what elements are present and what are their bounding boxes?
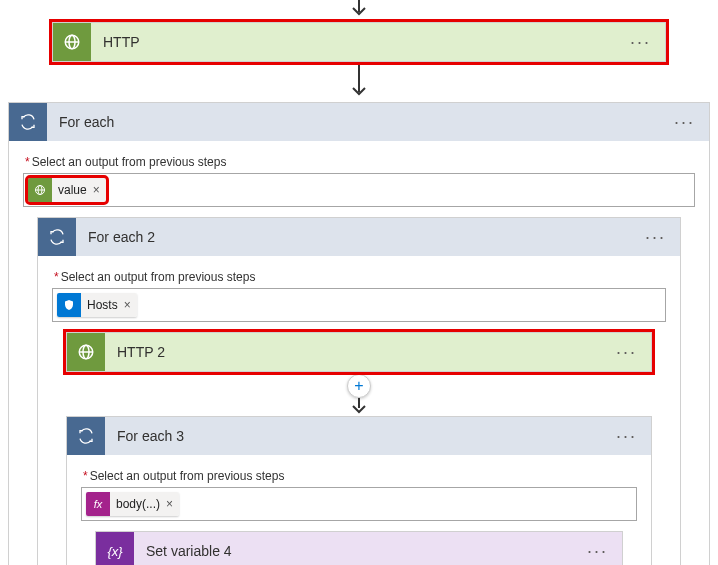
required-star: * [25,155,30,169]
foreach-input-label: *Select an output from previous steps [25,155,695,169]
foreach2-input-label: *Select an output from previous steps [54,270,666,284]
http-action-card[interactable]: HTTP ··· [52,22,666,62]
http-title: HTTP [91,34,624,50]
http2-action-card[interactable]: HTTP 2 ··· [66,332,652,372]
token-body-expression[interactable]: fx body(...) × [86,492,179,516]
foreach-input[interactable]: value × [23,173,695,207]
required-star: * [54,270,59,284]
foreach2-input[interactable]: Hosts × [52,288,666,322]
required-star: * [83,469,88,483]
foreach-menu-button[interactable]: ··· [668,112,701,133]
arrow-down-icon [349,398,369,416]
set-variable-title: Set variable 4 [134,543,581,559]
token-remove[interactable]: × [166,492,179,516]
token-hosts[interactable]: Hosts × [57,293,137,317]
defender-shield-icon [57,293,81,317]
foreach3-card[interactable]: For each 3 ··· *Select an output from pr… [66,416,652,565]
foreach2-menu-button[interactable]: ··· [639,227,672,248]
foreach2-title: For each 2 [76,229,639,245]
set-variable-card[interactable]: {x} Set variable 4 ··· [95,531,623,565]
http-globe-icon [53,23,91,61]
arrow-down-icon [349,0,369,20]
foreach-title: For each [47,114,668,130]
http2-menu-button[interactable]: ··· [610,342,643,363]
token-remove[interactable]: × [93,178,106,202]
plus-icon: + [354,377,363,395]
foreach3-input[interactable]: fx body(...) × [81,487,637,521]
token-value[interactable]: value × [28,178,106,202]
http-globe-icon [67,333,105,371]
foreach3-menu-button[interactable]: ··· [610,426,643,447]
http2-title: HTTP 2 [105,344,610,360]
foreach3-title: For each 3 [105,428,610,444]
http-globe-icon [28,178,52,202]
foreach3-input-label: *Select an output from previous steps [83,469,637,483]
expression-fx-icon: fx [86,492,110,516]
token-label: body(...) [110,492,166,516]
add-step-button[interactable]: + [347,374,371,398]
loop-icon [9,103,47,141]
foreach2-card[interactable]: For each 2 ··· *Select an output from pr… [37,217,681,565]
token-label: Hosts [81,293,124,317]
set-variable-menu-button[interactable]: ··· [581,541,614,562]
http-menu-button[interactable]: ··· [624,32,657,53]
loop-icon [38,218,76,256]
loop-icon [67,417,105,455]
foreach-card[interactable]: For each ··· *Select an output from prev… [8,102,710,565]
token-label: value [52,178,93,202]
token-remove[interactable]: × [124,293,137,317]
arrow-down-icon [349,64,369,100]
variable-icon: {x} [96,532,134,565]
